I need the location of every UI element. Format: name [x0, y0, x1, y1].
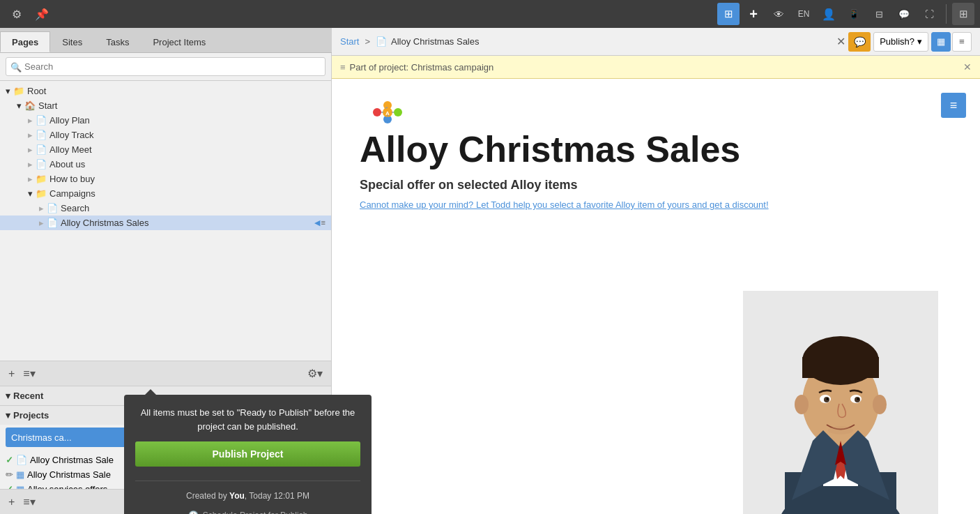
svg-point-27	[873, 395, 887, 414]
notice-bar: ≡ Part of project: Christmas campaign ✕	[332, 56, 980, 79]
speech-icon-btn[interactable]: 💬	[893, 3, 915, 25]
tree-item-about-us[interactable]: ▸ 📄 About us	[0, 157, 331, 172]
add-project-btn[interactable]: +	[6, 493, 17, 511]
search-input[interactable]	[6, 57, 326, 76]
alloy-meet-label: Alloy Meet	[49, 144, 326, 155]
root-label: Root	[27, 86, 326, 96]
expand-icon-btn[interactable]: ⛶	[918, 3, 940, 25]
view-toggle-btns: ▦ ≡	[931, 32, 972, 52]
christmas-label: Alloy Christmas Sales	[61, 218, 314, 228]
breadcrumb-start[interactable]: Start	[340, 36, 359, 47]
tree-item-alloy-plan[interactable]: ▸ 📄 Alloy Plan	[0, 113, 331, 128]
person-image	[743, 291, 938, 514]
projects-label: Projects	[13, 410, 49, 421]
popup-created-by: Created by You, Today 12:01 PM	[135, 487, 360, 505]
created-by-name: You	[229, 491, 245, 501]
publish-arrow-icon: ▾	[917, 36, 922, 47]
block-icon-2: ▦	[16, 469, 24, 480]
root-folder-icon: 📁	[13, 86, 24, 96]
page-subheading: Special offer on selected Alloy items	[360, 178, 952, 192]
pin-icon-btn[interactable]: 📌	[31, 3, 53, 25]
tab-sites[interactable]: Sites	[50, 31, 94, 52]
page-tree: ▾ 📁 Root ▾ 🏠 Start ▸ 📄 Alloy Plan ▸ 📄 Al…	[0, 81, 331, 361]
tree-item-alloy-meet[interactable]: ▸ 📄 Alloy Meet	[0, 142, 331, 157]
item-actions: ◀ ≡	[314, 218, 326, 227]
search-bar: 🔍	[0, 53, 331, 81]
tree-item-search-page[interactable]: ▸ 📄 Search	[0, 201, 331, 216]
popup-warning-text: All items must be set to "Ready to Publi…	[135, 406, 360, 433]
add-page-btn[interactable]: +	[6, 365, 17, 383]
breadcrumb-sep: >	[365, 36, 370, 47]
how-to-buy-expand-icon: ▸	[28, 174, 33, 184]
tab-project-items[interactable]: Project Items	[141, 31, 217, 52]
gear-icon-btn[interactable]: ⚙	[6, 3, 28, 25]
notice-close-btn[interactable]: ✕	[963, 61, 972, 73]
svg-point-24	[827, 398, 829, 400]
recent-chevron-icon: ▾	[6, 391, 10, 401]
page-menu-btn[interactable]: ≡▾	[20, 364, 38, 383]
tab-pages[interactable]: Pages	[0, 31, 50, 52]
tab-tasks[interactable]: Tasks	[94, 31, 141, 52]
tab-bar: Pages Sites Tasks Project Items	[0, 28, 332, 53]
topbar-right: ✕ 💬 Publish? ▾ ▦ ≡	[836, 32, 972, 52]
settings-btn[interactable]: ⚙▾	[305, 364, 326, 383]
about-us-label: About us	[49, 159, 326, 169]
page-body-text: Cannot make up your mind? Let Todd help …	[360, 199, 952, 210]
check-icon-1: ✓	[6, 455, 13, 465]
project-menu-btn[interactable]: ≡▾	[20, 492, 38, 511]
svg-point-26	[795, 395, 809, 414]
hamburger-btn[interactable]: ≡	[941, 93, 966, 118]
device-icon-btn[interactable]: ⊟	[868, 3, 890, 25]
page-icon: 📄	[376, 36, 387, 47]
projects-chevron-icon: ▾	[6, 410, 10, 421]
tree-item-campaigns[interactable]: ▾ 📁 Campaigns	[0, 186, 331, 201]
svg-point-31	[828, 426, 853, 434]
alloy-meet-page-icon: 📄	[36, 144, 47, 155]
christmas-page-icon: 📄	[47, 218, 58, 228]
item-action-view[interactable]: ◀	[314, 218, 320, 227]
plus-icon-btn[interactable]: +	[742, 3, 765, 25]
close-page-btn[interactable]: ✕	[836, 35, 845, 48]
app-icon-btn[interactable]: ⊞	[717, 3, 740, 25]
right-panel: Start > 📄 Alloy Christmas Sales ✕ 💬 Publ…	[332, 28, 980, 514]
svg-point-0	[373, 108, 381, 116]
alloy-track-page-icon: 📄	[36, 130, 47, 140]
tree-item-start[interactable]: ▾ 🏠 Start	[0, 98, 331, 113]
mobile-icon-btn[interactable]: 📱	[843, 3, 865, 25]
start-label: Start	[38, 100, 326, 111]
project-item-label-1: Alloy Christmas Sale	[30, 455, 114, 465]
view-list-btn[interactable]: ≡	[952, 32, 972, 52]
en-lang-btn[interactable]: EN	[793, 3, 815, 25]
alloy-logo: A	[360, 93, 415, 128]
project-name: Christmas ca...	[11, 432, 72, 443]
alloy-plan-page-icon: 📄	[36, 115, 47, 126]
page-title-bar: 📄 Alloy Christmas Sales	[376, 36, 479, 47]
person-icon-btn[interactable]: 👤	[818, 3, 840, 25]
svg-point-2	[394, 108, 402, 116]
tree-root[interactable]: ▾ 📁 Root	[0, 84, 331, 98]
comment-btn[interactable]: 💬	[848, 32, 871, 52]
svg-point-25	[857, 398, 859, 400]
svg-line-8	[385, 107, 388, 108]
tree-item-alloy-christmas[interactable]: ▸ 📄 Alloy Christmas Sales ◀ ≡	[0, 216, 331, 230]
view-grid-btn[interactable]: ▦	[931, 32, 951, 52]
publish-dropdown[interactable]: Publish? ▾	[873, 32, 928, 52]
left-panel-tabs: Pages Sites Tasks Project Items	[0, 28, 332, 53]
publish-project-btn[interactable]: Publish Project	[135, 441, 360, 467]
pencil-icon-2: ✏	[6, 469, 13, 480]
tree-item-how-to-buy[interactable]: ▸ 📁 How to buy	[0, 172, 331, 186]
tree-item-alloy-track[interactable]: ▸ 📄 Alloy Track	[0, 128, 331, 142]
item-action-menu[interactable]: ≡	[321, 218, 326, 227]
search-page-icon: 📄	[47, 203, 58, 213]
root-expand-icon: ▾	[6, 86, 10, 96]
search-page-label: Search	[61, 203, 326, 213]
alloy-track-expand-icon: ▸	[28, 130, 33, 140]
campaigns-label: Campaigns	[49, 188, 326, 199]
eye-icon-btn[interactable]: 👁	[767, 3, 790, 25]
schedule-publish-btn[interactable]: 🕐 Schedule Project for Publish	[135, 505, 360, 514]
alloy-plan-expand-icon: ▸	[28, 115, 33, 126]
popup-divider	[135, 481, 360, 481]
window-icon-btn[interactable]: ⊞	[952, 3, 974, 25]
project-item-label-2: Alloy Christmas Sale	[27, 469, 111, 480]
campaigns-expand-icon: ▾	[28, 188, 33, 199]
